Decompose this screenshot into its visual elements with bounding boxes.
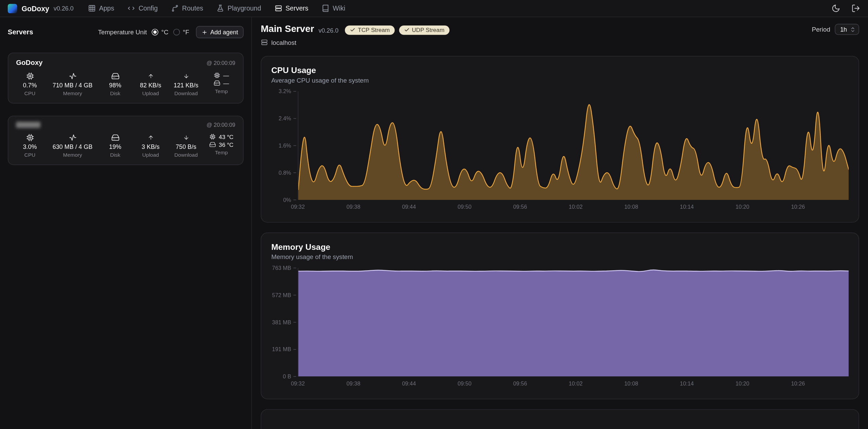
memory-usage-card: Memory Usage Memory usage of the system …: [261, 233, 859, 399]
code-icon: [127, 4, 135, 12]
memory-usage-area: [298, 268, 849, 376]
cpu-chart-subtitle: Average CPU usage of the system: [271, 77, 849, 84]
nav-item-apps[interactable]: Apps: [88, 4, 114, 12]
logout-icon[interactable]: [851, 4, 860, 13]
server-stats-row: 0.7% CPU 710 MB / 4 GB Memory 98% Disk: [16, 72, 235, 97]
book-icon: [322, 4, 329, 12]
y-tick-label: 381 MB: [272, 319, 296, 325]
stat-download: 750 B/s Download: [173, 134, 199, 158]
nav-item-routes[interactable]: Routes: [171, 4, 203, 12]
tcp-stream-badge: TCP Stream: [345, 25, 395, 35]
server-card-redacted[interactable]: @ 20:00:09 3.0% CPU 630 MB / 4 GB Memory: [8, 116, 244, 165]
period-select[interactable]: 1h: [835, 24, 859, 35]
plus-icon: [202, 29, 208, 35]
x-tick-label: 10:08: [624, 204, 638, 210]
x-tick-label: 09:32: [291, 380, 305, 387]
page-title: Main Server: [261, 24, 314, 35]
nav-item-wiki[interactable]: Wiki: [322, 4, 345, 12]
period-label: Period: [812, 26, 830, 33]
stat-upload: 3 KB/s Upload: [138, 134, 163, 158]
stat-disk: 19% Disk: [102, 134, 128, 158]
x-tick-label: 09:50: [457, 204, 471, 210]
cpu-chart-plot: [298, 91, 849, 200]
x-tick-label: 09:38: [346, 204, 360, 210]
arrow-down-icon: [183, 73, 189, 79]
y-tick-label: 191 MB: [272, 346, 296, 353]
memory-chart-y-axis: 0 B191 MB381 MB572 MB763 MB: [271, 268, 298, 376]
content-area: Servers Temperature Unit °C °F Add agent: [0, 17, 868, 429]
sidebar-title: Servers: [8, 28, 33, 36]
brand-version: v0.26.0: [54, 5, 74, 12]
add-agent-button[interactable]: Add agent: [196, 26, 243, 38]
stat-memory: 710 MB / 4 GB Memory: [53, 72, 93, 97]
hard-drive-icon: [111, 134, 119, 142]
udp-stream-badge: UDP Stream: [399, 25, 449, 35]
x-tick-label: 10:20: [735, 380, 749, 387]
hard-drive-icon: [111, 72, 119, 80]
radio-celsius-dot: [152, 29, 159, 36]
y-tick-label: 0 B: [283, 374, 296, 380]
top-navbar: GoDoxy v0.26.0 Apps Config Routes Playgr…: [0, 0, 868, 17]
check-icon: [350, 27, 355, 33]
memory-chart-plot: [298, 268, 849, 376]
app-logo-icon: [8, 4, 17, 13]
arrow-up-icon: [147, 135, 154, 141]
nav-item-playground[interactable]: Playground: [216, 4, 261, 12]
host-row: localhost: [261, 39, 859, 46]
x-tick-label: 09:44: [402, 204, 416, 210]
period-control: Period 1h: [812, 24, 859, 35]
moon-icon[interactable]: [832, 4, 840, 13]
x-tick-label: 09:32: [291, 204, 305, 210]
memory-chart-x-axis: 09:3209:3809:4409:5009:5610:0210:0810:14…: [298, 377, 849, 390]
cpu-icon: [214, 72, 221, 79]
server-timestamp: @ 20:00:09: [207, 122, 235, 128]
cpu-usage-card: CPU Usage Average CPU usage of the syste…: [261, 56, 859, 223]
temp-rows: 43 °C 36 °C: [209, 134, 233, 148]
server-card-header: @ 20:00:09: [16, 122, 235, 128]
check-icon: [404, 27, 410, 33]
host-name: localhost: [271, 39, 296, 46]
stat-upload: 82 KB/s Upload: [138, 72, 163, 97]
brand[interactable]: GoDoxy v0.26.0: [8, 4, 74, 13]
server-card-godoxy[interactable]: GoDoxy @ 20:00:09 0.7% CPU 710 MB / 4 GB…: [8, 53, 244, 104]
stat-memory: 630 MB / 4 GB Memory: [53, 134, 93, 158]
nav-item-config[interactable]: Config: [127, 4, 158, 12]
stream-badges: TCP Stream UDP Stream: [345, 25, 450, 35]
cpu-usage-chart: 0%0.8%1.6%2.4%3.2% 09:3209:3809:4409:500…: [271, 91, 849, 213]
temp-rows: — —: [214, 72, 229, 86]
radio-celsius[interactable]: °C: [152, 29, 169, 36]
sidebar-header: Servers Temperature Unit °C °F Add agent: [8, 26, 244, 38]
server-icon: [261, 39, 268, 46]
x-tick-label: 10:02: [569, 380, 583, 387]
navbar-actions: [832, 4, 861, 13]
flask-icon: [216, 4, 224, 12]
y-tick-label: 572 MB: [272, 292, 296, 298]
cpu-icon: [209, 134, 216, 140]
arrow-up-icon: [147, 73, 154, 79]
temperature-unit-group: Temperature Unit °C °F: [98, 29, 189, 36]
x-tick-label: 10:08: [624, 380, 638, 387]
radio-fahrenheit-dot: [173, 29, 180, 36]
x-tick-label: 10:14: [680, 204, 694, 210]
y-tick-label: 1.6%: [279, 142, 296, 149]
y-tick-label: 0.8%: [279, 170, 296, 176]
cpu-usage-area: [298, 91, 849, 200]
server-detail-panel: Main Server v0.26.0 TCP Stream UDP Strea…: [252, 17, 868, 429]
stat-temp: — — Temp: [209, 72, 234, 97]
y-tick-label: 763 MB: [272, 265, 296, 271]
server-timestamp: @ 20:00:09: [207, 59, 235, 66]
radio-fahrenheit[interactable]: °F: [173, 29, 189, 36]
server-name: GoDoxy: [16, 59, 42, 67]
hard-drive-icon: [214, 80, 221, 87]
stat-cpu: 3.0% CPU: [17, 134, 42, 158]
temperature-unit-label: Temperature Unit: [98, 29, 147, 36]
memory-usage-chart: 0 B191 MB381 MB572 MB763 MB 09:3209:3809…: [271, 268, 849, 390]
stat-cpu: 0.7% CPU: [17, 72, 42, 97]
server-name-redacted: [16, 122, 40, 128]
x-tick-label: 10:26: [791, 380, 805, 387]
x-tick-label: 09:50: [457, 380, 471, 387]
nav-item-servers[interactable]: Servers: [274, 4, 308, 12]
stat-download: 121 KB/s Download: [173, 72, 199, 97]
server-stats-row: 3.0% CPU 630 MB / 4 GB Memory 19% Disk: [16, 134, 235, 158]
server-version: v0.26.0: [318, 27, 338, 34]
